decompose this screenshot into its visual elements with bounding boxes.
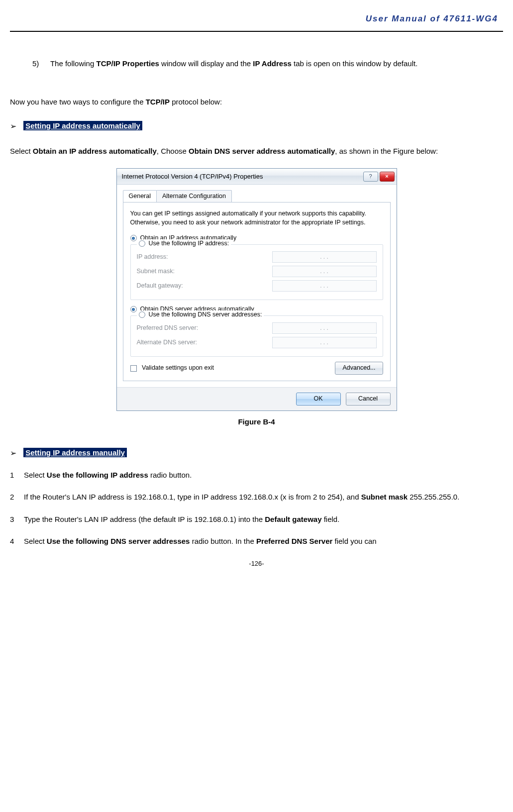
field-ip: IP address: . . .: [137, 251, 377, 263]
t: field you can: [332, 537, 376, 545]
t: Now you have two ways to configure the: [10, 98, 146, 106]
heading-manual: ➢ Setting IP address manually: [10, 446, 503, 461]
label-pdns: Preferred DNS server:: [137, 324, 199, 332]
intro-paragraph: Now you have two ways to configure the T…: [10, 95, 503, 109]
ok-button[interactable]: OK: [296, 393, 341, 406]
input-gateway[interactable]: . . .: [272, 280, 377, 292]
radio-icon: [130, 306, 137, 312]
input-adns[interactable]: . . .: [272, 337, 377, 348]
dialog-footer: OK Cancel: [117, 387, 397, 410]
field-preferred-dns: Preferred DNS server: . . .: [137, 322, 377, 334]
figure-b4: Internet Protocol Version 4 (TCP/IPv4) P…: [10, 168, 503, 411]
close-icon: ×: [385, 173, 388, 180]
radio-icon: [139, 311, 145, 318]
ip-group: Use the following IP address: IP address…: [130, 244, 383, 300]
page-header: User Manual of 47611-WG4: [10, 0, 503, 32]
t: radio button.: [148, 471, 192, 479]
t-b: Use the following DNS server addresses: [47, 537, 190, 545]
arrow-icon: ➢: [10, 122, 16, 130]
auto-paragraph: Select Obtain an IP address automaticall…: [10, 144, 503, 159]
tab-general[interactable]: General: [123, 190, 157, 202]
t: Type the Router's LAN IP address (the de…: [24, 515, 265, 523]
label-subnet: Subnet mask:: [137, 267, 175, 276]
field-alternate-dns: Alternate DNS server: . . .: [137, 337, 377, 348]
t: field.: [321, 515, 339, 523]
radio-label: Use the following DNS server addresses:: [149, 310, 262, 319]
t-b: IP Address: [253, 59, 292, 68]
dialog-title: Internet Protocol Version 4 (TCP/IPv4) P…: [122, 172, 362, 181]
radio-icon: [130, 235, 137, 241]
step-5-number: 5): [32, 57, 48, 71]
tab-alternate[interactable]: Alternate Configuration: [156, 190, 232, 202]
help-button[interactable]: ?: [363, 172, 378, 182]
t-b: Default gateway: [265, 515, 321, 523]
t-b: Subnet mask: [361, 493, 408, 501]
radio-label: Use the following IP address:: [149, 239, 229, 248]
heading-auto-text: Setting IP address automatically: [23, 121, 142, 130]
radio-use-dns[interactable]: Use the following DNS server addresses:: [137, 310, 264, 319]
cancel-button[interactable]: Cancel: [346, 393, 391, 406]
manual-step-2: 2 If the Router's LAN IP address is 192.…: [10, 490, 503, 505]
num: 4: [10, 534, 24, 549]
titlebar: Internet Protocol Version 4 (TCP/IPv4) P…: [117, 169, 397, 185]
manual-step-1: 1 Select Use the following IP address ra…: [10, 468, 503, 483]
dns-group: Use the following DNS server addresses: …: [130, 315, 383, 357]
t: tab is open on this window by default.: [292, 59, 418, 68]
t: window will display and the: [159, 59, 253, 68]
num: 3: [10, 512, 24, 527]
field-subnet: Subnet mask: . . .: [137, 266, 377, 277]
t: The following: [50, 59, 97, 68]
dialog-description: You can get IP settings assigned automat…: [130, 209, 383, 227]
t: , as shown in the Figure below:: [335, 147, 438, 155]
t-b: Obtain an IP address automatically: [33, 147, 157, 155]
help-icon: ?: [369, 173, 372, 180]
input-subnet[interactable]: . . .: [272, 266, 377, 277]
label-gateway: Default gateway:: [137, 282, 183, 290]
page-number: -126-: [10, 558, 503, 570]
t: Select: [24, 537, 47, 545]
advanced-button[interactable]: Advanced...: [335, 362, 383, 375]
t-b: Preferred DNS Server: [256, 537, 332, 545]
num: 2: [10, 490, 24, 505]
t-b: TCP/IP: [146, 98, 170, 106]
t: 255.255.255.0.: [408, 493, 459, 501]
tab-panel-general: You can get IP settings assigned automat…: [123, 202, 391, 381]
arrow-icon: ➢: [10, 449, 16, 457]
step-5: 5) The following TCP/IP Properties windo…: [32, 57, 503, 71]
t-b: Use the following IP address: [47, 471, 148, 479]
input-ip[interactable]: . . .: [272, 251, 377, 263]
figure-caption: Figure B-4: [10, 415, 503, 429]
field-gateway: Default gateway: . . .: [137, 280, 377, 292]
close-button[interactable]: ×: [380, 172, 395, 182]
num: 1: [10, 468, 24, 483]
manual-step-4: 4 Select Use the following DNS server ad…: [10, 534, 503, 549]
t: , Choose: [157, 147, 189, 155]
heading-auto: ➢ Setting IP address automatically: [10, 119, 503, 134]
radio-use-ip[interactable]: Use the following IP address:: [137, 239, 231, 248]
label-adns: Alternate DNS server:: [137, 338, 198, 347]
checkbox-label: Validate settings upon exit: [142, 364, 214, 371]
t-b: TCP/IP Properties: [96, 59, 159, 68]
tcpip-dialog: Internet Protocol Version 4 (TCP/IPv4) P…: [116, 168, 397, 411]
t: Select: [10, 147, 33, 155]
manual-step-3: 3 Type the Router's LAN IP address (the …: [10, 512, 503, 527]
tab-bar: General Alternate Configuration: [123, 190, 391, 203]
checkbox-validate[interactable]: Validate settings upon exit: [130, 364, 214, 372]
t-b: Obtain DNS server address automatically: [189, 147, 335, 155]
radio-icon: [139, 240, 145, 247]
t: If the Router's LAN IP address is 192.16…: [24, 493, 361, 501]
input-pdns[interactable]: . . .: [272, 322, 377, 334]
checkbox-icon: [130, 365, 137, 372]
heading-manual-text: Setting IP address manually: [23, 448, 127, 457]
t: protocol below:: [170, 98, 222, 106]
t: Select: [24, 471, 47, 479]
t: radio button. In the: [190, 537, 256, 545]
label-ip: IP address:: [137, 253, 168, 261]
